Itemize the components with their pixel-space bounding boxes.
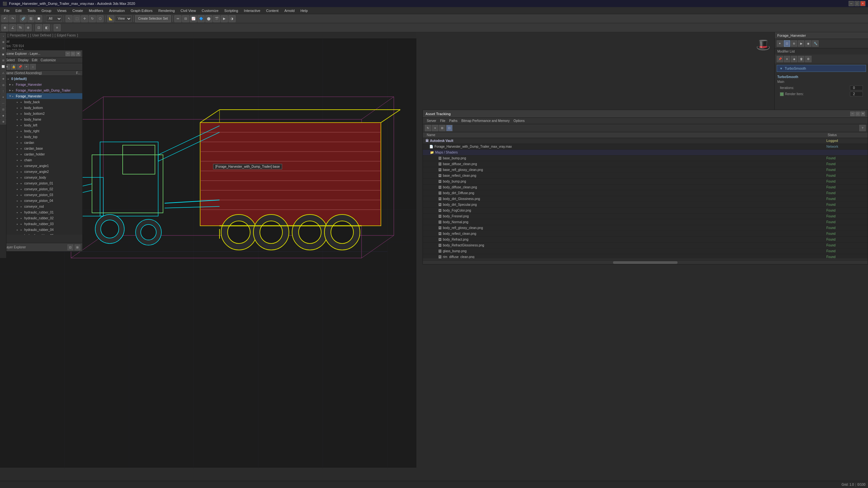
at-tb-expand[interactable]: ⊞ <box>439 125 445 131</box>
at-row[interactable]: 🖼base_diffuse_clean.pngFound <box>423 161 868 167</box>
at-row[interactable]: 🖼body_dirt_Specular.pngFound <box>423 202 868 208</box>
se-tb-pin[interactable]: 📌 <box>17 64 23 70</box>
se-maximize-btn[interactable]: □ <box>71 52 75 56</box>
scene-explorer-title-buttons[interactable]: ─ □ ✕ <box>65 52 81 56</box>
at-menu-item-paths[interactable]: Paths <box>448 119 459 123</box>
tree-row[interactable]: ●●conveyor_angle1 <box>3 163 82 169</box>
ls-btn-4[interactable]: ▣ <box>0 51 6 57</box>
at-tb-view[interactable]: ⊡ <box>446 125 453 131</box>
ls-btn-11[interactable]: ≡ <box>0 94 6 100</box>
ls-btn-8[interactable]: ⊕ <box>0 76 6 82</box>
at-row[interactable]: 🖼body_FogColor.pngFound <box>423 208 868 214</box>
minimize-button[interactable]: ─ <box>849 1 854 6</box>
at-row[interactable]: 🖼body_diffuse_clean.pngFound <box>423 185 868 190</box>
se-menu-customize[interactable]: Customize <box>40 58 57 62</box>
select-button[interactable]: ↖ <box>65 15 73 22</box>
ignore-backface[interactable]: ◧ <box>43 24 50 31</box>
tree-row[interactable]: ●●conveyor_angle2 <box>3 169 82 174</box>
menu-item-animation[interactable]: Animation <box>106 8 127 13</box>
at-row[interactable]: 🏛Autodesk VaultLogged <box>423 138 868 144</box>
tree-row[interactable]: ▼●0 (default) <box>3 76 82 82</box>
ls-btn-7[interactable]: △ <box>0 70 6 75</box>
ls-btn-14[interactable]: ◈ <box>0 112 6 118</box>
menu-item-modifiers[interactable]: Modifiers <box>86 8 106 13</box>
ls-btn-2[interactable]: ⊞ <box>0 39 6 45</box>
at-tb-refresh[interactable]: ↻ <box>425 125 431 131</box>
at-maximize-btn[interactable]: □ <box>856 111 860 116</box>
at-row[interactable]: 🖼rim_diffuse_clean.pngFound <box>423 254 868 258</box>
snaps-toggle[interactable]: ⊕ <box>1 24 8 31</box>
render-setup-button[interactable]: 🎬 <box>213 15 220 22</box>
at-row[interactable]: 🖼body_RefractGlossiness.pngFound <box>423 242 868 248</box>
menu-item-create[interactable]: Create <box>70 8 86 13</box>
se-footer-btn1[interactable]: ⊡ <box>67 245 73 250</box>
tree-row[interactable]: ●●body_bottom <box>3 105 82 110</box>
at-tb-list[interactable]: ≡ <box>432 125 438 131</box>
undo-button[interactable]: ↶ <box>1 15 8 22</box>
tree-row[interactable]: ●●body_back <box>3 99 82 105</box>
at-row[interactable]: 🖼body_Fresnel.pngFound <box>423 214 868 219</box>
asset-tracking-tree[interactable]: 🏛Autodesk VaultLogged📄Forage_Harvester_w… <box>423 138 868 258</box>
render-button[interactable]: ▶ <box>221 15 228 22</box>
se-menu-edit[interactable]: Edit <box>31 58 38 62</box>
menu-item-arnold[interactable]: Arnold <box>282 8 297 13</box>
tree-row[interactable]: ●●conveyor_piston_02 <box>3 186 82 192</box>
remove-modifier-btn[interactable]: 🗑 <box>798 56 804 62</box>
menu-item-views[interactable]: Views <box>55 8 69 13</box>
move-button[interactable]: ✛ <box>81 15 88 22</box>
configure-btn[interactable]: ⚙ <box>805 56 811 62</box>
tree-row[interactable]: ●●body_right <box>3 128 82 134</box>
percent-snap[interactable]: % <box>17 24 24 31</box>
tree-row[interactable]: ●●hydraulic_rubber_02 <box>3 215 82 221</box>
at-menu-item-file[interactable]: File <box>439 119 446 123</box>
menu-item-rendering[interactable]: Rendering <box>156 8 178 13</box>
at-scrollbar[interactable] <box>423 260 868 264</box>
ls-btn-9[interactable]: ◎ <box>0 82 6 88</box>
se-tb-sort[interactable]: ↕ <box>30 64 36 70</box>
tree-row[interactable]: ●●hydraulic_rubber_03 <box>3 221 82 227</box>
at-minimize-btn[interactable]: ─ <box>850 111 855 116</box>
tree-row[interactable]: ●●cardan_holder <box>3 151 82 157</box>
se-tb-add[interactable]: + <box>24 64 29 70</box>
menu-item-help[interactable]: Help <box>298 8 311 13</box>
tree-row[interactable]: ●●conveyor_body <box>3 174 82 180</box>
ls-btn-3[interactable]: ⊠ <box>0 45 6 51</box>
se-menu-select[interactable]: Select <box>5 58 16 62</box>
menu-item-content[interactable]: Content <box>264 8 281 13</box>
modifier-item[interactable]: ▼ TurboSmooth <box>777 65 866 72</box>
make-unique-btn[interactable]: ◈ <box>791 56 797 62</box>
at-row[interactable]: 🖼base_reflect_clean.pngFound <box>423 173 868 179</box>
tree-row[interactable]: ●●hydraulic_rubber_05 <box>3 233 82 235</box>
link-button[interactable]: 🔗 <box>20 15 27 22</box>
tree-row[interactable]: ●●conveyor_piston_03 <box>3 192 82 198</box>
menu-item-customize[interactable]: Customize <box>199 8 221 13</box>
ls-btn-10[interactable]: ⋮ <box>0 88 6 94</box>
reference-coord-button[interactable]: 📐 <box>107 15 114 22</box>
at-tb-help[interactable]: ? <box>859 125 866 131</box>
panel-icon-hierarchy[interactable]: ⊛ <box>791 40 797 47</box>
material-editor-button[interactable]: ⬤ <box>205 15 212 22</box>
curve-editor-button[interactable]: 📈 <box>190 15 197 22</box>
bind-button[interactable]: 🔲 <box>35 15 42 22</box>
tree-row[interactable]: ●●body_frame <box>3 117 82 122</box>
scale-button[interactable]: ⬡ <box>96 15 104 22</box>
at-title-buttons[interactable]: ─ □ ✕ <box>850 111 865 116</box>
tree-row[interactable]: ►●Forage_Harvester <box>3 82 82 88</box>
close-button[interactable]: ✕ <box>860 1 865 6</box>
tree-row[interactable]: ●●conveyor_piston_04 <box>3 198 82 203</box>
active-shade-button[interactable]: ◑ <box>228 15 236 22</box>
maximize-button[interactable]: □ <box>855 1 860 6</box>
layer-button[interactable]: ≡ <box>54 24 61 31</box>
render-checkbox[interactable] <box>780 92 784 96</box>
menu-item-tools[interactable]: Tools <box>25 8 38 13</box>
panel-icon-create[interactable]: ✦ <box>777 40 783 47</box>
panel-icon-display[interactable]: ◉ <box>805 40 811 47</box>
at-row[interactable]: 🖼glass_bump.pngFound <box>423 248 868 254</box>
filter-dropdown[interactable]: All <box>46 15 62 22</box>
ls-btn-15[interactable]: ⊛ <box>0 119 6 125</box>
se-footer-btn2[interactable]: ⊞ <box>74 245 81 250</box>
ls-btn-5[interactable]: ⊟ <box>0 57 6 63</box>
menu-item-civil view[interactable]: Civil View <box>178 8 198 13</box>
ls-btn-6[interactable]: ⬜ <box>0 64 6 69</box>
pin-stack-btn[interactable]: 📌 <box>777 56 783 62</box>
